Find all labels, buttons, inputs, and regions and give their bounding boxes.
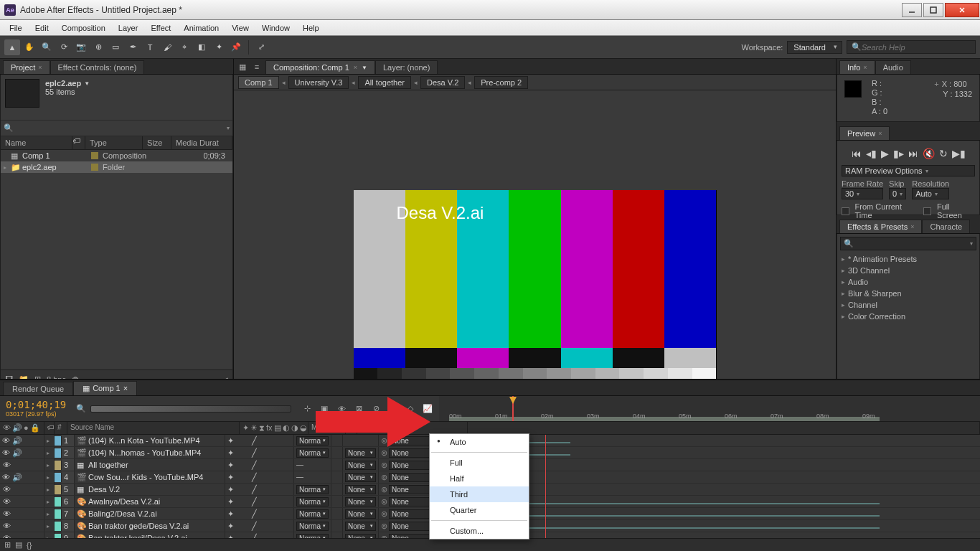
resolution-option[interactable]: Custom... [430, 523, 529, 539]
loop-icon[interactable]: ↻ [939, 148, 948, 159]
pickwhip-icon[interactable]: ⊚ [381, 448, 387, 458]
switches-col[interactable]: ✦☀⧗fx▤◐◑◒ [240, 422, 308, 434]
tab-effect-controls[interactable]: Effect Controls: (none) [50, 60, 145, 74]
hide-shy-icon[interactable]: 👁 [334, 402, 349, 416]
toggle-switches-icon[interactable]: ⊞ [4, 540, 11, 550]
close-icon[interactable]: × [123, 384, 128, 392]
layer-switches[interactable]: ✦╱ [225, 520, 294, 532]
trkmat-selector[interactable]: None [345, 509, 376, 519]
auto-keyframe-icon[interactable]: ◇ [403, 402, 418, 416]
frame-rate-selector[interactable]: 30 [842, 188, 883, 199]
pickwhip-icon[interactable]: ⊚ [381, 509, 387, 519]
tab-effects-presets[interactable]: Effects & Presets× [839, 220, 922, 233]
project-item[interactable]: ▦ Comp 1 Composition 0;09;3 [1, 150, 232, 161]
blend-mode-selector[interactable]: Norma [296, 534, 329, 539]
tab-layer[interactable]: Layer: (none) [375, 60, 438, 74]
local-axis-icon[interactable]: ⤢ [253, 39, 269, 55]
timeline-search-bar[interactable] [90, 405, 291, 413]
pickwhip-icon[interactable]: ⊚ [381, 497, 387, 507]
pan-behind-tool-icon[interactable]: ⊕ [90, 39, 106, 55]
col-source-name[interactable]: Source Name [67, 422, 240, 434]
layer-name[interactable]: 🎬Cow Sou...r Kids - YouTube.MP4 [75, 471, 225, 483]
chevron-down-icon[interactable]: ▾ [227, 125, 230, 131]
col-duration[interactable]: Media Durat [171, 136, 232, 149]
resolution-option[interactable]: Quarter [430, 502, 529, 518]
graph-editor-icon[interactable]: 📈 [420, 402, 435, 416]
zoom-tool-icon[interactable]: 🔍 [39, 39, 55, 55]
toggle-modes-icon[interactable]: ▤ [15, 540, 22, 550]
brainstorm-icon[interactable]: ⚙ [386, 402, 400, 416]
eye-toggle[interactable]: 👁 [2, 436, 11, 445]
layer-label-swatch[interactable] [55, 497, 62, 507]
frame-blend-icon[interactable]: ⊠ [352, 402, 366, 416]
tab-preview[interactable]: Preview× [839, 126, 890, 140]
eye-toggle[interactable]: 👁 [2, 509, 11, 518]
pen-tool-icon[interactable]: ✒ [125, 39, 141, 55]
chevron-down-icon[interactable]: ▾ [970, 240, 973, 247]
draft-3d-icon[interactable]: ▣ [317, 402, 331, 416]
col-label[interactable]: 🏷 [72, 136, 85, 149]
menu-layer[interactable]: Layer [112, 22, 145, 34]
col-mode[interactable]: Mode [308, 422, 346, 434]
brush-tool-icon[interactable]: 🖌 [159, 39, 175, 55]
trkmat-selector[interactable]: None [345, 497, 376, 507]
layer-label-swatch[interactable] [55, 461, 62, 470]
tab-render-queue[interactable]: Render Queue [3, 382, 73, 395]
eye-toggle[interactable]: 👁 [2, 473, 11, 481]
close-icon[interactable]: × [878, 130, 882, 137]
menu-window[interactable]: Window [255, 22, 296, 34]
cti-line[interactable] [545, 435, 546, 538]
blend-mode-selector[interactable]: Norma [296, 485, 329, 494]
minimize-button[interactable] [902, 3, 922, 17]
layer-name[interactable]: 🎨Baling2/Desa V.2.ai [75, 508, 225, 519]
layer-name[interactable]: 🎬(104) N...homas - YouTube.MP4 [75, 447, 225, 458]
shape-tool-icon[interactable]: ▭ [108, 39, 123, 55]
menu-view[interactable]: View [225, 22, 255, 34]
col-trkmat[interactable]: TrkMat [357, 422, 393, 434]
eye-toggle[interactable]: 👁 [2, 497, 11, 506]
pickwhip-icon[interactable]: ⊚ [381, 461, 387, 470]
close-button[interactable] [945, 3, 979, 17]
effect-category[interactable]: Color Correction [840, 311, 976, 322]
resolution-option[interactable]: Full [430, 455, 529, 471]
tab-info[interactable]: Info× [839, 60, 875, 74]
close-icon[interactable]: × [38, 64, 42, 71]
close-icon[interactable]: × [354, 64, 357, 71]
menu-edit[interactable]: Edit [29, 22, 55, 34]
speaker-toggle[interactable]: 🔊 [12, 448, 22, 458]
layer-name[interactable]: 🎨Awalnya/Desa V.2.ai [75, 496, 225, 507]
layer-switches[interactable]: ✦╱ [225, 471, 294, 483]
effect-category[interactable]: * Animation Presets [840, 253, 976, 265]
clone-tool-icon[interactable]: ⌖ [176, 39, 192, 55]
col-parent[interactable]: Parent [393, 422, 468, 434]
last-frame-icon[interactable]: ⏭ [908, 148, 918, 159]
crumb-alltogether[interactable]: All together [358, 76, 411, 89]
solo-icon[interactable]: ● [24, 423, 29, 433]
selection-tool-icon[interactable]: ▲ [4, 39, 20, 55]
comp-flowchart-icon[interactable]: ⊹ [300, 402, 314, 416]
col-type[interactable]: Type [85, 136, 143, 149]
menu-effect[interactable]: Effect [144, 22, 177, 34]
lock-icon[interactable]: 🔒 [30, 423, 40, 433]
col-name[interactable]: Name [1, 136, 72, 149]
blend-mode-selector[interactable]: Norma [296, 522, 329, 531]
workspace-selector[interactable]: Standard [787, 41, 842, 54]
menu-animation[interactable]: Animation [177, 22, 225, 34]
layer-label-swatch[interactable] [55, 473, 62, 482]
comp-mini-flowchart-icon[interactable]: ≡ [251, 61, 263, 72]
ram-preview-options[interactable]: RAM Preview Options [842, 165, 975, 176]
ram-preview-icon[interactable]: ▶▮ [952, 148, 966, 159]
col-number[interactable]: # [55, 422, 67, 434]
eye-toggle[interactable]: 👁 [2, 448, 11, 457]
project-item[interactable]: ▸ 📁 eplc2.aep Folder [1, 161, 232, 173]
blend-mode-selector[interactable]: Norma [296, 448, 329, 458]
layer-label-swatch[interactable] [55, 509, 62, 519]
play-icon[interactable]: ▶ [881, 148, 889, 159]
blend-mode-selector[interactable]: Norma [296, 509, 329, 519]
project-search[interactable]: 🔍 ▾ [1, 121, 232, 136]
preview-res-selector[interactable]: Auto [912, 188, 949, 199]
from-current-checkbox[interactable] [842, 207, 849, 215]
eye-toggle[interactable]: 👁 [2, 522, 11, 530]
effect-category[interactable]: 3D Channel [840, 265, 976, 276]
resolution-option[interactable]: Half [430, 471, 529, 486]
